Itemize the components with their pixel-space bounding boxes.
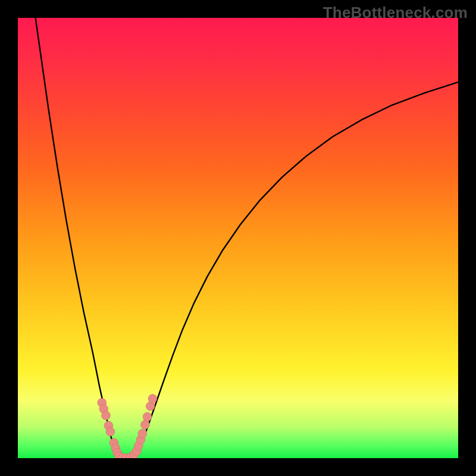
- plot-area: [18, 18, 458, 458]
- data-point-marker: [148, 394, 157, 403]
- chart-svg: [18, 18, 458, 458]
- watermark-label: TheBottleneck.com: [323, 4, 468, 22]
- data-point-marker: [102, 411, 111, 420]
- chart-frame: TheBottleneck.com: [0, 0, 476, 476]
- data-point-marker: [140, 420, 149, 429]
- data-point-marker: [138, 429, 147, 438]
- data-point-marker: [143, 412, 152, 421]
- data-point-marker: [106, 427, 115, 436]
- gradient-background: [18, 18, 458, 458]
